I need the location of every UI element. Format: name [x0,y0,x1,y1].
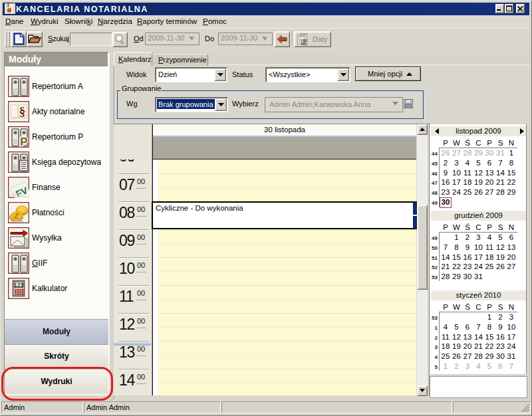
svg-text:§: § [19,104,26,118]
svg-text:P: P [20,136,27,148]
svg-text:123: 123 [14,282,23,288]
